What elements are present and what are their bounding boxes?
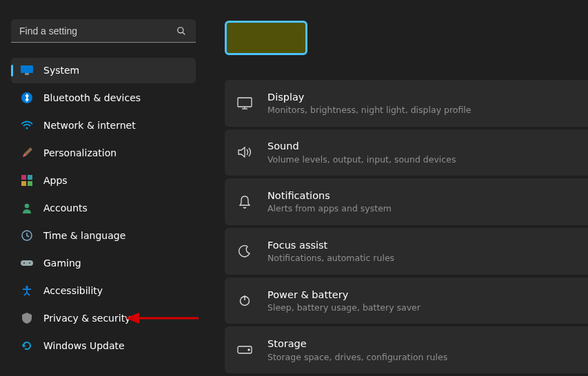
card-title: Power & battery: [267, 288, 420, 302]
card-text: Display Monitors, brightness, night ligh…: [267, 90, 471, 116]
svg-point-5: [26, 127, 28, 129]
sidebar-item-system[interactable]: System: [11, 58, 196, 83]
display-preview-thumbnail[interactable]: [225, 21, 307, 55]
card-focus-assist[interactable]: Focus assist Notifications, automatic ru…: [225, 228, 588, 275]
search-input[interactable]: [11, 19, 196, 43]
search-container: [11, 19, 196, 43]
apps-icon: [21, 174, 33, 187]
accessibility-icon: [21, 284, 33, 297]
card-notifications[interactable]: Notifications Alerts from apps and syste…: [225, 178, 588, 225]
card-text: Notifications Alerts from apps and syste…: [267, 189, 392, 215]
sidebar-item-apps[interactable]: Apps: [11, 168, 196, 194]
card-subtitle: Sleep, battery usage, battery saver: [267, 302, 420, 314]
gamepad-icon: [21, 257, 33, 269]
person-icon: [21, 202, 33, 214]
card-subtitle: Storage space, drives, configuration rul…: [267, 351, 447, 364]
sidebar-item-privacy[interactable]: Privacy & security: [11, 306, 196, 331]
card-sound[interactable]: Sound Volume levels, output, input, soun…: [225, 129, 588, 176]
bell-icon: [237, 194, 252, 209]
card-text: Sound Volume levels, output, input, soun…: [267, 139, 456, 165]
sidebar-item-label: Accounts: [43, 202, 88, 213]
display-icon: [237, 96, 252, 111]
sidebar-item-accounts[interactable]: Accounts: [11, 196, 196, 221]
storage-icon: [237, 342, 252, 357]
main-panel: Display Monitors, brightness, night ligh…: [207, 0, 588, 376]
sidebar-item-label: Windows Update: [43, 340, 125, 351]
svg-point-15: [26, 286, 28, 289]
sidebar-item-label: Network & internet: [43, 120, 136, 131]
svg-rect-3: [25, 73, 29, 75]
sidebar-item-label: Accessibility: [43, 285, 103, 296]
svg-rect-9: [28, 181, 32, 186]
svg-rect-8: [21, 181, 26, 186]
clock-icon: [21, 229, 33, 242]
card-title: Notifications: [267, 189, 392, 202]
svg-rect-16: [238, 98, 252, 107]
sidebar-item-update[interactable]: Windows Update: [11, 333, 196, 359]
card-title: Display: [267, 90, 471, 104]
card-subtitle: Monitors, brightness, night light, displ…: [267, 104, 471, 116]
svg-point-13: [23, 262, 25, 264]
svg-point-22: [248, 349, 250, 351]
card-power[interactable]: Power & battery Sleep, battery usage, ba…: [225, 278, 588, 324]
monitor-icon: [21, 64, 33, 76]
sidebar-item-bluetooth[interactable]: Bluetooth & devices: [11, 85, 196, 111]
sidebar-item-gaming[interactable]: Gaming: [11, 251, 196, 276]
shield-icon: [21, 312, 33, 324]
card-storage[interactable]: Storage Storage space, drives, configura…: [225, 326, 588, 373]
card-subtitle: Notifications, automatic rules: [267, 252, 394, 264]
sidebar-item-accessibility[interactable]: Accessibility: [11, 278, 196, 304]
sidebar-item-network[interactable]: Network & internet: [11, 113, 196, 138]
sidebar-item-label: Gaming: [43, 258, 81, 269]
bluetooth-icon: [21, 92, 33, 104]
card-text: Storage Storage space, drives, configura…: [267, 337, 447, 363]
update-icon: [21, 340, 33, 352]
card-title: Focus assist: [267, 238, 394, 252]
sidebar: System Bluetooth & devices Network & int…: [0, 0, 207, 376]
svg-rect-2: [21, 65, 33, 73]
card-subtitle: Alerts from apps and system: [267, 202, 392, 215]
sidebar-item-time[interactable]: Time & language: [11, 223, 196, 249]
sidebar-item-label: Apps: [43, 175, 68, 186]
power-icon: [237, 293, 252, 308]
svg-rect-12: [21, 260, 33, 266]
svg-rect-7: [28, 175, 32, 180]
card-display[interactable]: Display Monitors, brightness, night ligh…: [225, 80, 588, 127]
sidebar-item-personalization[interactable]: Personalization: [11, 140, 196, 166]
svg-rect-6: [21, 175, 26, 180]
sound-icon: [237, 145, 252, 160]
sidebar-item-label: Bluetooth & devices: [43, 92, 141, 103]
sidebar-item-label: System: [43, 65, 79, 76]
card-text: Power & battery Sleep, battery usage, ba…: [267, 288, 420, 314]
moon-icon: [237, 244, 252, 259]
sidebar-item-label: Time & language: [43, 230, 125, 241]
card-text: Focus assist Notifications, automatic ru…: [267, 238, 394, 264]
sidebar-item-label: Privacy & security: [43, 313, 130, 324]
svg-point-14: [29, 262, 30, 264]
paintbrush-icon: [21, 147, 33, 159]
card-title: Sound: [267, 139, 456, 153]
wifi-icon: [21, 119, 33, 132]
svg-point-10: [25, 204, 30, 209]
card-subtitle: Volume levels, output, input, sound devi…: [267, 154, 456, 166]
sidebar-item-label: Personalization: [43, 147, 116, 158]
card-title: Storage: [267, 337, 447, 351]
